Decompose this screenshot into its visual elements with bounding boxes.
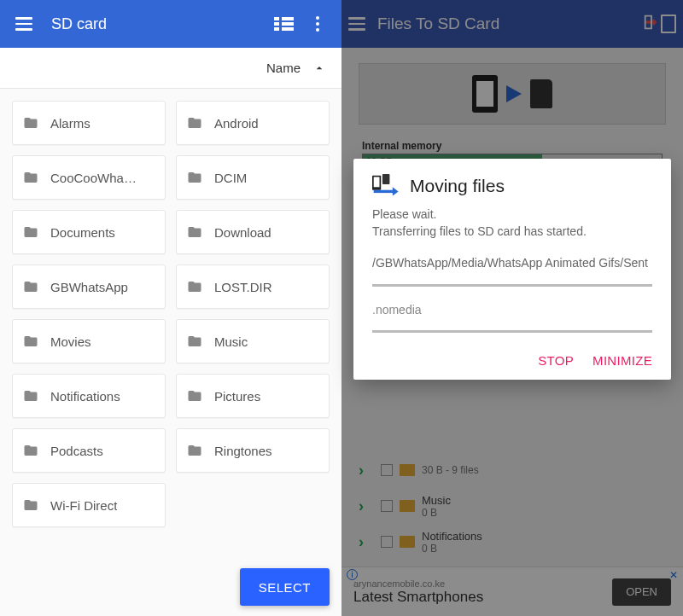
folder-icon [21,279,40,294]
folder-item[interactable]: Android [176,101,330,145]
folder-label: Notifications [50,389,120,404]
folder-label: Android [214,116,259,131]
dialog-path: /GBWhatsApp/Media/WhatsApp Animated Gifs… [372,255,652,272]
folder-item[interactable]: Wi-Fi Direct [12,483,166,527]
dialog-filename: .nomedia [372,302,652,319]
sort-header[interactable]: Name [0,48,342,89]
folder-label: Ringtones [214,444,272,458]
file-manager-screen: SD card Name AlarmsAndroidCooCooWha…DCIM… [0,0,342,616]
sort-label: Name [266,61,301,75]
folder-label: Pictures [214,389,260,404]
moving-files-dialog: Moving files Please wait. Transferring f… [353,159,671,380]
folder-label: Wi-Fi Direct [50,498,117,513]
folder-item[interactable]: GBWhatsApp [12,264,166,309]
dialog-msg-2: Transferring files to SD card has starte… [372,224,652,241]
svg-rect-2 [382,174,390,184]
folder-label: LOST.DIR [214,280,272,294]
folder-item[interactable]: Movies [12,319,166,363]
folder-item[interactable]: Pictures [176,374,330,418]
folder-item[interactable]: Music [176,319,330,363]
minimize-button[interactable]: MINIMIZE [593,353,652,368]
folder-icon [21,224,40,240]
progress-bar-2 [372,330,652,333]
progress-bar-1 [372,284,652,287]
folder-label: Movies [50,334,91,349]
dialog-msg-1: Please wait. [372,206,652,224]
folder-label: Alarms [50,116,90,131]
hamburger-icon [15,17,32,31]
folder-item[interactable]: Download [176,210,330,254]
list-view-icon [274,17,294,31]
folder-icon [21,170,40,185]
folder-icon [185,388,204,404]
folder-item[interactable]: Podcasts [12,428,166,473]
folder-icon [21,115,40,131]
folder-item[interactable]: Ringtones [176,428,330,473]
folder-icon [185,115,204,131]
folder-item[interactable]: LOST.DIR [176,264,330,309]
folder-icon [21,388,40,404]
folder-icon [21,443,40,458]
appbar-title: SD card [51,15,266,33]
folder-item[interactable]: DCIM [176,155,330,200]
folder-icon [21,334,40,349]
folder-label: Podcasts [50,444,103,458]
folder-icon [185,279,204,294]
folder-label: GBWhatsApp [50,280,128,294]
chevron-up-icon [312,61,326,75]
view-toggle-button[interactable] [266,7,301,41]
folder-label: Download [214,225,271,240]
folder-grid-area[interactable]: AlarmsAndroidCooCooWha…DCIMDocumentsDown… [0,89,342,616]
folder-icon [185,334,204,349]
files-to-sd-screen: Files To SD Card Internal memory 16 GB ›… [342,0,683,616]
overflow-menu-button[interactable] [301,7,335,41]
folder-label: Documents [50,225,115,240]
select-button[interactable]: SELECT [240,568,330,606]
folder-item[interactable]: Notifications [12,374,166,418]
folder-item[interactable]: Alarms [12,101,166,145]
folder-icon [185,224,204,240]
dialog-title: Moving files [410,176,505,196]
folder-label: Music [214,334,248,349]
more-vert-icon [316,16,319,32]
folder-label: DCIM [214,171,247,185]
stop-button[interactable]: STOP [538,353,574,368]
svg-rect-1 [374,177,380,187]
folder-item[interactable]: CooCooWha… [12,155,166,200]
folder-item[interactable]: Documents [12,210,166,254]
folder-label: CooCooWha… [50,171,137,185]
menu-button[interactable] [7,7,41,41]
appbar: SD card [0,0,342,48]
folder-icon [185,170,204,185]
folder-icon [185,443,204,458]
transfer-icon [372,174,401,198]
folder-icon [21,497,40,513]
